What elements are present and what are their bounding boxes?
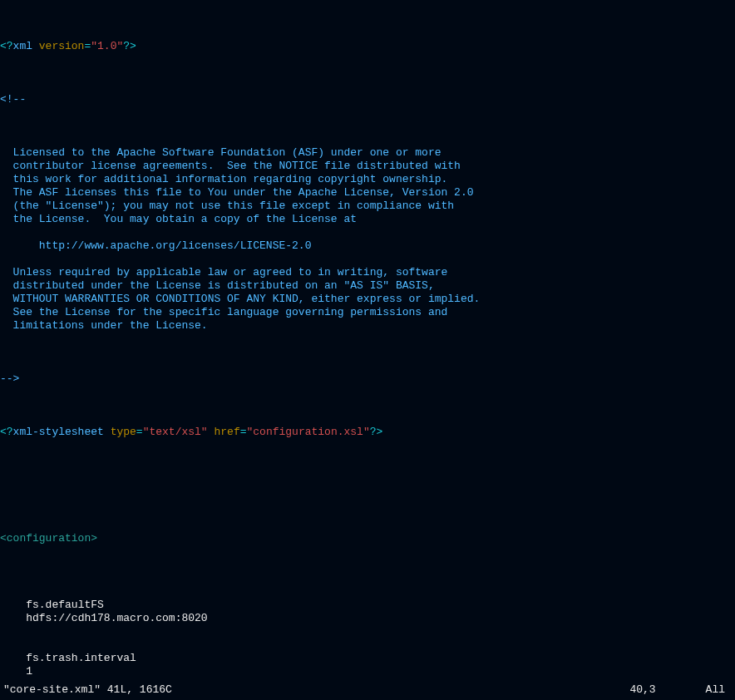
comment-line: limitations under the License. bbox=[0, 319, 735, 333]
comment-line: distributed under the License is distrib… bbox=[0, 279, 735, 293]
comment-line: (the "License"); you may not use this fi… bbox=[0, 200, 735, 213]
comment-line: contributor license agreements. See the … bbox=[0, 160, 735, 173]
comment-line: Unless required by applicable law or agr… bbox=[0, 266, 735, 279]
comment-line: The ASF licenses this file to You under … bbox=[0, 186, 735, 200]
comment-line: WITHOUT WARRANTIES OR CONDITIONS OF ANY … bbox=[0, 293, 735, 306]
property-name: fs.defaultFS bbox=[0, 599, 735, 612]
property-close bbox=[0, 625, 735, 638]
property-open bbox=[0, 638, 735, 652]
comment-line: the License. You may obtain a copy of th… bbox=[0, 213, 735, 226]
configuration-open: <configuration> bbox=[0, 532, 735, 545]
comment-line bbox=[0, 253, 735, 266]
property-value: 1 bbox=[0, 665, 735, 678]
property-open bbox=[0, 585, 735, 599]
status-file: "core-site.xml" 41L, 1616C bbox=[3, 683, 172, 697]
comment-open: <!-- bbox=[0, 93, 735, 106]
blank-line bbox=[0, 479, 735, 492]
property-name: fs.trash.interval bbox=[0, 652, 735, 665]
comment-line: See the License for the specific languag… bbox=[0, 306, 735, 319]
vim-status-bar: "core-site.xml" 41L, 1616C 40,3 All bbox=[0, 683, 735, 697]
comment-line: Licensed to the Apache Software Foundati… bbox=[0, 146, 735, 160]
xml-stylesheet: <?xml-stylesheet type="text/xsl" href="c… bbox=[0, 426, 735, 439]
comment-line: http://www.apache.org/licenses/LICENSE-2… bbox=[0, 239, 735, 253]
vim-editor[interactable]: <?xml version="1.0"?> <!-- Licensed to t… bbox=[0, 0, 735, 700]
comment-close: --> bbox=[0, 372, 735, 386]
property-value: hdfs://cdh178.macro.com:8020 bbox=[0, 612, 735, 625]
status-position: 40,3 bbox=[629, 683, 705, 697]
comment-line bbox=[0, 226, 735, 239]
status-percent: All bbox=[706, 683, 732, 697]
comment-line: this work for additional information reg… bbox=[0, 173, 735, 186]
xml-declaration: <?xml version="1.0"?> bbox=[0, 40, 735, 53]
